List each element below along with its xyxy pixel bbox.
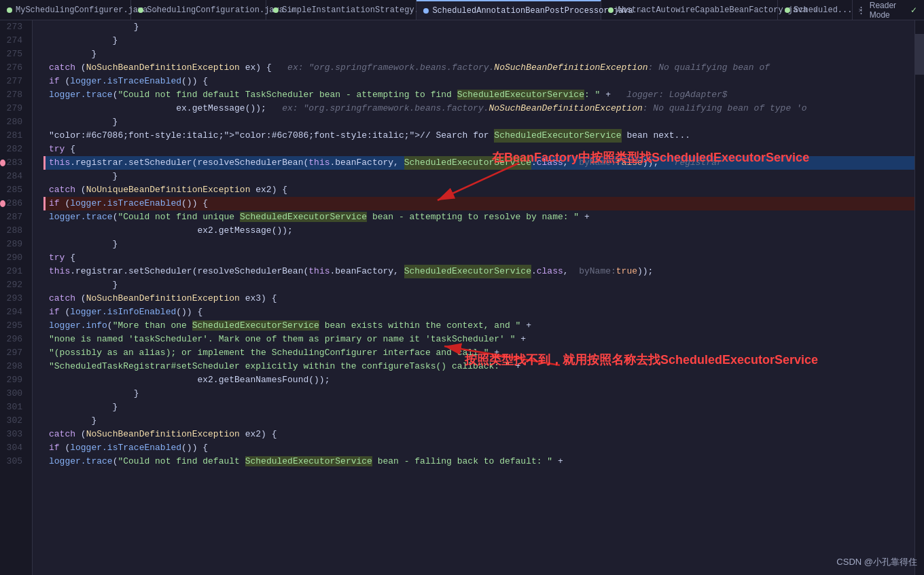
tab-overflow-btn[interactable]: ⋮ xyxy=(853,5,870,16)
line-number: 305 xyxy=(0,455,26,468)
tab-dot xyxy=(608,7,614,13)
tab-label: Scheduled... xyxy=(794,5,852,15)
code-line[interactable]: } xyxy=(43,387,914,401)
tab-schedulingconfiguration[interactable]: SchedulingConfiguration.java ✕ xyxy=(131,0,266,20)
code-line[interactable]: } xyxy=(43,170,914,183)
code-line[interactable]: logger.trace("Could not find default Sch… xyxy=(43,455,914,468)
code-line[interactable]: this.registrar.setScheduler(resolveSched… xyxy=(43,265,914,278)
watermark: CSDN @小孔靠得住 xyxy=(836,556,917,568)
line-number: 279 xyxy=(0,102,26,115)
tab-dot xyxy=(7,7,12,13)
line-number: 275 xyxy=(0,48,26,61)
scrollbar[interactable] xyxy=(914,20,924,575)
code-line[interactable]: if (logger.isTraceEnabled()) { xyxy=(43,197,914,210)
tab-scheduled[interactable]: Scheduled... ✕ xyxy=(778,0,853,20)
code-line[interactable]: if (logger.isTraceEnabled()) { xyxy=(43,75,914,88)
code-line[interactable]: } xyxy=(43,48,914,61)
line-number-text: 287 xyxy=(7,210,22,224)
tab-label: SchedulingConfiguration.java xyxy=(147,5,284,15)
line-number: 304 xyxy=(0,441,26,455)
line-number: 286 xyxy=(0,197,26,210)
code-line[interactable]: if (logger.isTraceEnabled()) { xyxy=(43,441,914,455)
tab-myschedulingconfigurer[interactable]: MySchedulingConfigurer.java ✕ xyxy=(0,0,131,20)
line-number: 297 xyxy=(0,346,26,360)
code-line[interactable]: "ScheduledTaskRegistrar#setScheduler exp… xyxy=(43,360,914,373)
line-number: 274 xyxy=(0,34,26,48)
line-number-text: 294 xyxy=(7,305,22,319)
line-number: 284 xyxy=(0,170,26,183)
tab-simpleinstantiationstrategy[interactable]: SimpleInstantiationStrategy.java ✕ xyxy=(266,0,416,20)
code-line[interactable]: ex2.getBeanNamesFound()); xyxy=(43,373,914,387)
code-line[interactable]: logger.trace("Could not find default Tas… xyxy=(43,88,914,102)
line-number-text: 291 xyxy=(7,265,22,278)
code-content[interactable]: } } } catch (NoSuchBeanDefinitionExcepti… xyxy=(43,20,914,575)
code-area: 2732742752762772782792802812822832842852… xyxy=(0,20,924,575)
tab-scheduledannotationbeanpostprocessor[interactable]: ScheduledAnnotationBeanPostProcessor.jav… xyxy=(416,0,601,20)
code-line[interactable]: catch (NoSuchBeanDefinitionException ex3… xyxy=(43,292,914,305)
code-line[interactable]: try { xyxy=(43,143,914,156)
code-line[interactable]: } xyxy=(43,414,914,428)
line-number-text: 296 xyxy=(7,333,22,346)
line-number: 301 xyxy=(0,401,26,414)
code-line[interactable]: logger.trace("Could not find unique Sche… xyxy=(43,210,914,224)
line-number-text: 303 xyxy=(7,428,22,441)
tab-bar: MySchedulingConfigurer.java ✕ Scheduling… xyxy=(0,0,924,20)
code-line[interactable]: "none is named 'taskScheduler'. Mark one… xyxy=(43,333,914,346)
line-number-text: 297 xyxy=(7,346,22,360)
line-number: 278 xyxy=(0,88,26,102)
line-number-text: 286 xyxy=(7,197,22,210)
line-number-text: 298 xyxy=(7,360,22,373)
code-line[interactable]: "(possibly as an alias); or implement th… xyxy=(43,346,914,360)
tab-dot xyxy=(785,7,790,13)
line-number-text: 302 xyxy=(7,414,22,428)
code-line[interactable]: } xyxy=(43,238,914,251)
line-number: 299 xyxy=(0,373,26,387)
code-line[interactable]: } xyxy=(43,20,914,34)
line-number: 282 xyxy=(0,143,26,156)
line-number-text: 285 xyxy=(7,183,22,197)
line-number: 300 xyxy=(0,387,26,401)
code-line[interactable]: } xyxy=(43,278,914,292)
line-number: 276 xyxy=(0,61,26,75)
line-number: 277 xyxy=(0,75,26,88)
tab-label: MySchedulingConfigurer.java xyxy=(16,5,147,15)
code-line[interactable]: catch (NoSuchBeanDefinitionException ex2… xyxy=(43,428,914,441)
line-number-text: 304 xyxy=(7,441,22,455)
code-line[interactable]: logger.info("More than one ScheduledExec… xyxy=(43,319,914,333)
tab-dot xyxy=(423,8,429,14)
code-line[interactable]: try { xyxy=(43,251,914,265)
tab-dot xyxy=(138,7,143,13)
code-line[interactable]: this.registrar.setScheduler(resolveSched… xyxy=(43,156,914,170)
line-number-text: 282 xyxy=(7,143,22,156)
minimap-indicator xyxy=(915,34,924,75)
line-number: 295 xyxy=(0,319,26,333)
line-number: 296 xyxy=(0,333,26,346)
line-number-text: 284 xyxy=(7,170,22,183)
code-line[interactable]: if (logger.isInfoEnabled()) { xyxy=(43,305,914,319)
line-number-text: 300 xyxy=(7,387,22,401)
line-number: 285 xyxy=(0,183,26,197)
line-number: 290 xyxy=(0,251,26,265)
code-line[interactable]: "color:#6c7086;font-style:italic;">"colo… xyxy=(43,129,914,143)
line-number: 302 xyxy=(0,414,26,428)
line-number-text: 292 xyxy=(7,278,22,292)
code-line[interactable]: catch (NoSuchBeanDefinitionException ex)… xyxy=(43,61,914,75)
line-number-text: 283 xyxy=(7,156,22,170)
tab-dot xyxy=(273,7,279,13)
line-number-text: 289 xyxy=(7,238,22,251)
line-number-text: 281 xyxy=(7,129,22,143)
code-line[interactable]: ex.getMessage()); ex: "org.springframewo… xyxy=(43,102,914,115)
line-number: 293 xyxy=(0,292,26,305)
code-line[interactable]: catch (NoUniqueBeanDefinitionException e… xyxy=(43,183,914,197)
line-number-text: 280 xyxy=(7,115,22,129)
line-number: 280 xyxy=(0,115,26,129)
code-line[interactable]: } xyxy=(43,401,914,414)
code-line[interactable]: ex2.getMessage()); xyxy=(43,224,914,238)
line-number-text: 275 xyxy=(7,48,22,61)
code-line[interactable]: } xyxy=(43,115,914,129)
reader-mode-label[interactable]: Reader Mode xyxy=(870,1,905,20)
line-number-text: 273 xyxy=(7,20,22,34)
tab-abstractautowirecapablebeanfactory[interactable]: AbstractAutowireCapableBeanFactory.java … xyxy=(601,0,778,20)
line-number-text: 279 xyxy=(7,102,22,115)
code-line[interactable]: } xyxy=(43,34,914,48)
